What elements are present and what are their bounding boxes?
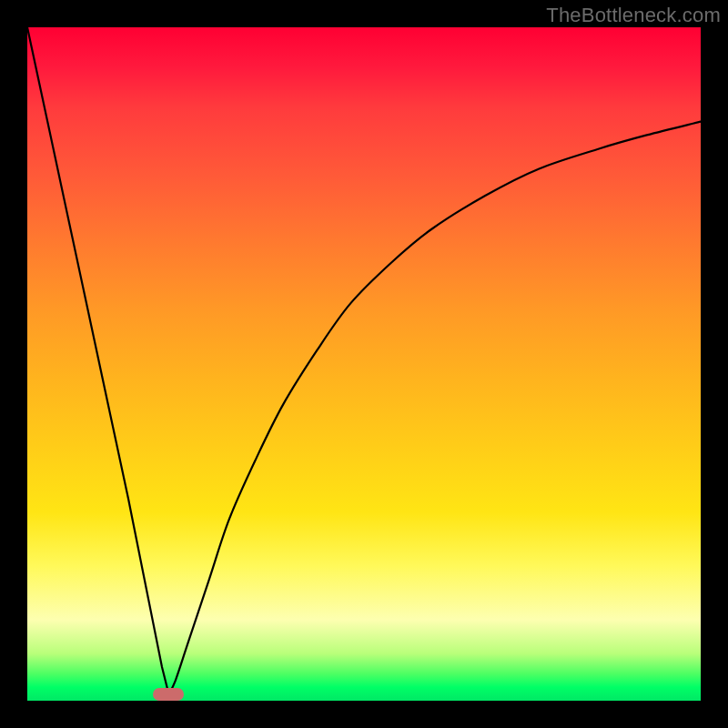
curve-svg xyxy=(27,27,701,701)
bottleneck-curve-path xyxy=(27,27,701,694)
watermark-text: TheBottleneck.com xyxy=(546,4,721,27)
plot-area xyxy=(27,27,701,701)
optimum-marker xyxy=(153,688,184,701)
chart-frame: TheBottleneck.com xyxy=(0,0,728,728)
